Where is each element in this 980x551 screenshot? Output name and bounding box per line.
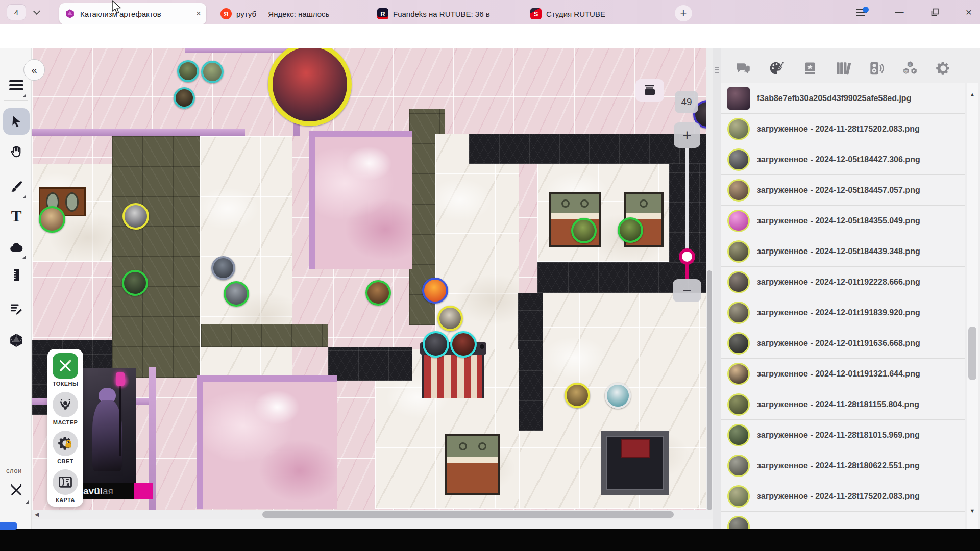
file-list-item[interactable]: загруженное - 2024-12-05t184355.049.png: [721, 206, 965, 236]
file-list-item[interactable]: загруженное - 2024-11-28t175202.083.png: [721, 114, 965, 144]
fog-of-war-tool[interactable]: [8, 238, 24, 255]
bottom-black-bar: [0, 529, 980, 551]
zoom-in-button[interactable]: +: [674, 122, 700, 148]
ruler-tool[interactable]: [8, 267, 24, 283]
file-thumbnail: [727, 271, 750, 293]
stone-altar: [601, 431, 669, 495]
tab-title: Студия RUTUBE: [546, 10, 605, 18]
map-token[interactable]: [423, 331, 449, 358]
canvas-horizontal-scrollbar[interactable]: ◀: [32, 510, 706, 519]
uploaded-files-list: f3ab8e7efb30a205d43f99025afe58ed.jpgзагр…: [721, 83, 965, 529]
sidebar-resize-handle[interactable]: [713, 48, 721, 529]
collapse-toolbar-button[interactable]: «: [23, 59, 45, 81]
map-token[interactable]: [605, 383, 631, 409]
tab-close-icon[interactable]: ×: [196, 9, 201, 19]
map-token[interactable]: [211, 256, 235, 280]
file-list-item[interactable]: загруженное - 2024-12-05t184439.348.png: [721, 236, 965, 267]
map-token[interactable]: [571, 218, 597, 243]
file-list-item[interactable]: загруженное - 2024-11-28t175202.083.png: [721, 481, 965, 512]
map-token[interactable]: [618, 217, 643, 243]
tab-yandex-search[interactable]: Я рутуб — Яндекс: нашлось: [215, 3, 356, 24]
draw-tool[interactable]: [8, 178, 24, 194]
sidebar-tab-compendium[interactable]: [832, 57, 854, 80]
menu-icon[interactable]: [8, 77, 24, 93]
tab-roll20[interactable]: Катаклизм артефактов ×: [59, 3, 206, 24]
map-black-marble: [328, 347, 412, 381]
file-name: загруженное - 2024-12-05t184355.049.png: [757, 216, 920, 226]
tab-rutube-studio[interactable]: S Студия RUTUBE: [525, 3, 663, 24]
file-list-item[interactable]: загруженное - 2024-11-28t181015.969.png: [721, 420, 965, 450]
browser-menu-button[interactable]: [851, 4, 872, 20]
turn-order-tool[interactable]: [8, 300, 24, 317]
file-name: загруженное - 2024-11-28t175202.083.png: [757, 124, 920, 134]
sidebar-scrollbar[interactable]: ▲ ▼: [967, 83, 978, 529]
file-list-item[interactable]: [721, 512, 965, 529]
file-list-item[interactable]: загруженное - 2024-12-01t191839.920.png: [721, 297, 965, 328]
sidebar-tab-art[interactable]: [766, 57, 788, 80]
canvas-vertical-scrollbar[interactable]: [706, 48, 713, 519]
select-tool[interactable]: [8, 113, 24, 130]
map-token[interactable]: [122, 270, 148, 296]
scroll-down-icon[interactable]: ▼: [967, 507, 978, 515]
map-token[interactable]: [39, 206, 65, 233]
map-token[interactable]: [422, 278, 448, 304]
dice-roller-tool[interactable]: [8, 332, 24, 348]
sidebar-tab-journal[interactable]: [799, 57, 821, 80]
address-bar: ← Я ↻ app.roll20.net Катаклизм артефакто…: [0, 24, 980, 48]
file-list-item[interactable]: загруженное - 2024-12-05t184457.057.png: [721, 175, 965, 206]
tab-list-chevron-icon[interactable]: [31, 7, 43, 17]
layer-menu: ТОКЕНЫ МАСТЕР СВЕТ КАРТА: [47, 349, 83, 507]
scrollbar-thumb[interactable]: [707, 270, 712, 510]
maximize-button[interactable]: [925, 4, 945, 20]
zoom-slider-track[interactable]: [685, 148, 689, 250]
file-thumbnail: [727, 118, 750, 140]
map-token[interactable]: [224, 281, 249, 307]
pan-tool[interactable]: [8, 143, 24, 160]
close-window-button[interactable]: ×: [959, 4, 979, 20]
sidebar-tab-jukebox[interactable]: [865, 57, 888, 80]
svg-text:@: @: [904, 69, 908, 73]
tab-rutube[interactable]: R Fuandeks на RUTUBE: 36 в: [372, 3, 512, 24]
file-list-item[interactable]: загруженное - 2024-11-28t180622.551.png: [721, 450, 965, 481]
map-token[interactable]: [450, 331, 477, 358]
sidebar-tab-macros[interactable]: #@: [899, 57, 921, 80]
layer-item-gm[interactable]: МАСТЕР: [47, 392, 83, 425]
file-name: загруженное - 2024-12-05t184427.306.png: [757, 155, 920, 164]
tab-title: рутуб — Яндекс: нашлось: [236, 10, 329, 18]
file-name: загруженное - 2024-11-28t180622.551.png: [757, 461, 920, 470]
tab-count-badge[interactable]: 4: [7, 4, 26, 20]
map-token[interactable]: [174, 87, 195, 109]
scroll-left-icon[interactable]: ◀: [33, 511, 41, 518]
tab-separator: [517, 7, 517, 18]
layer-item-light[interactable]: СВЕТ: [47, 431, 83, 464]
scroll-up-icon[interactable]: ▲: [967, 90, 978, 98]
minimize-button[interactable]: —: [889, 4, 910, 20]
sidebar-tab-chat[interactable]: [732, 57, 754, 80]
file-thumbnail: [727, 87, 750, 110]
zoom-out-button[interactable]: −: [673, 279, 701, 302]
map-token[interactable]: [365, 280, 391, 306]
layer-item-map[interactable]: КАРТА: [47, 469, 83, 503]
file-list-item[interactable]: загруженное - 2024-12-05t184427.306.png: [721, 144, 965, 175]
new-tab-button[interactable]: +: [675, 5, 692, 21]
map-token[interactable]: [201, 61, 224, 83]
file-list-item[interactable]: f3ab8e7efb30a205d43f99025afe58ed.jpg: [721, 83, 965, 114]
scrollbar-thumb[interactable]: [968, 327, 976, 380]
print-map-button[interactable]: [635, 79, 664, 102]
text-tool[interactable]: T: [8, 208, 24, 224]
map-token[interactable]: [565, 383, 590, 408]
sidebar-tab-settings[interactable]: [932, 57, 954, 80]
file-list-item[interactable]: загруженное - 2024-12-01t191636.668.png: [721, 328, 965, 359]
map-token[interactable]: [122, 203, 149, 230]
zoom-slider-thumb[interactable]: [679, 248, 695, 265]
layers-tool[interactable]: [8, 482, 24, 498]
file-list-item[interactable]: загруженное - 2024-11-28t181155.804.png: [721, 389, 965, 420]
scrollbar-thumb[interactable]: [262, 511, 674, 518]
yandex-favicon-icon: Я: [220, 8, 232, 19]
map-wall: [32, 129, 245, 136]
map-token[interactable]: [177, 60, 199, 82]
file-list-item[interactable]: загруженное - 2024-12-01t192228.666.png: [721, 267, 965, 297]
layer-item-tokens[interactable]: ТОКЕНЫ: [47, 353, 83, 387]
map-token[interactable]: [437, 306, 463, 331]
file-list-item[interactable]: загруженное - 2024-12-01t191321.644.png: [721, 359, 965, 389]
